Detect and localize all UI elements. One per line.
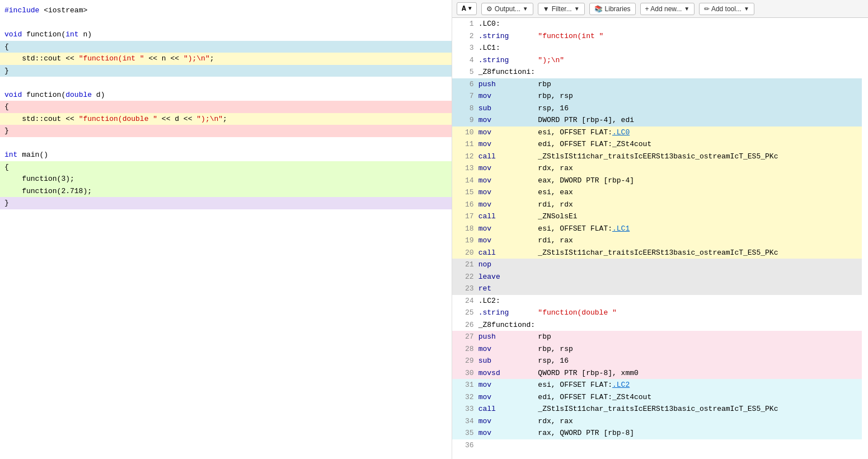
asm-line-number: 23 <box>452 283 476 295</box>
asm-operands: rbp, rsp <box>536 90 862 102</box>
asm-operands: rbp, rsp <box>536 343 862 355</box>
asm-row: 36 <box>452 439 868 452</box>
filter-button[interactable]: ▼ Filter... ▼ <box>538 3 585 15</box>
dropdown-icon: ▼ <box>523 6 528 12</box>
asm-line-number: 30 <box>452 367 476 380</box>
asm-operands: esi, eax <box>536 186 862 199</box>
asm-operands: _ZNSolsEi <box>536 210 862 223</box>
asm-operands: rbp <box>536 331 862 343</box>
output-button[interactable]: ⚙ Output... ▼ <box>481 3 533 15</box>
asm-link[interactable]: .LC1 <box>612 224 630 233</box>
asm-row: 1.LC0: <box>452 18 868 30</box>
asm-line-number: 16 <box>452 199 476 211</box>
asm-ops <box>862 42 868 54</box>
asm-line-number: 10 <box>452 127 476 139</box>
asm-instruction: mov <box>476 415 536 428</box>
asm-row: 24.LC2: <box>452 295 868 307</box>
libraries-button[interactable]: 📚 Libraries <box>589 3 636 15</box>
asm-instruction: sub <box>476 102 536 115</box>
add-tool-button[interactable]: ✏ Add tool... ▼ <box>699 3 754 15</box>
asm-line-number: 31 <box>452 379 476 391</box>
filter-icon: ▼ <box>543 5 550 13</box>
asm-row: 19movrdi, rax <box>452 235 868 247</box>
asm-link[interactable]: .LC0 <box>612 128 630 137</box>
asm-instruction: ret <box>476 283 536 295</box>
asm-label: .LC1: <box>476 42 862 54</box>
asm-instruction: mov <box>476 114 536 127</box>
asm-line-number: 1 <box>452 18 476 30</box>
asm-operands: QWORD PTR [rbp-8], xmm0 <box>536 367 862 380</box>
asm-line-number: 12 <box>452 151 476 163</box>
add-new-button[interactable]: + Add new... ▼ <box>640 3 695 15</box>
asm-instruction: mov <box>476 162 536 175</box>
asm-line-number: 14 <box>452 175 476 187</box>
asm-instruction: mov <box>476 127 536 139</box>
asm-operands: rdx, rax <box>536 162 862 175</box>
source-line: function(3); <box>0 173 452 185</box>
asm-line-number: 24 <box>452 295 476 307</box>
asm-instruction: mov <box>476 175 536 187</box>
asm-instruction: movsd <box>476 367 536 380</box>
asm-ops <box>862 18 868 30</box>
asm-operands: rdi, rax <box>536 235 862 247</box>
asm-line-number: 2 <box>452 30 476 43</box>
font-dropdown-icon[interactable]: ▼ <box>468 6 472 12</box>
source-line: } <box>0 65 452 77</box>
source-line: } <box>0 125 452 137</box>
asm-operands: "function(int " <box>536 30 862 43</box>
asm-line-number: 27 <box>452 331 476 343</box>
source-line: { <box>0 41 452 53</box>
asm-instruction: push <box>476 78 536 91</box>
source-line: { <box>0 161 452 174</box>
asm-line-number: 11 <box>452 138 476 151</box>
source-line <box>0 17 452 29</box>
asm-line-number: 15 <box>452 186 476 199</box>
asm-row: 13movrdx, rax <box>452 162 868 175</box>
asm-line-number: 36 <box>452 439 476 452</box>
asm-line-number: 6 <box>452 78 476 91</box>
font-label: A <box>462 4 466 13</box>
asm-row: 29subrsp, 16 <box>452 355 868 367</box>
source-line: int main() <box>0 149 452 161</box>
gear-icon: ⚙ <box>486 5 492 13</box>
asm-instruction: mov <box>476 235 536 247</box>
asm-operands: rax, QWORD PTR [rbp-8] <box>536 427 862 439</box>
asm-line-number: 19 <box>452 235 476 247</box>
asm-instruction: .string <box>476 307 536 319</box>
font-selector[interactable]: A ▼ <box>457 2 477 15</box>
asm-operands: ");\n" <box>536 54 862 67</box>
asm-line-number: 28 <box>452 343 476 355</box>
source-line: void function(double d) <box>0 89 452 101</box>
asm-link[interactable]: .LC2 <box>612 381 630 389</box>
asm-instruction: mov <box>476 223 536 235</box>
asm-row: 14moveax, DWORD PTR [rbp-4] <box>452 175 868 187</box>
asm-line-number: 33 <box>452 403 476 415</box>
asm-ops <box>862 295 868 307</box>
asm-row: 21nop <box>452 259 868 271</box>
asm-row: 8subrsp, 16 <box>452 102 868 115</box>
asm-row: 18movesi, OFFSET FLAT:.LC1 <box>452 223 868 235</box>
asm-row: 10movesi, OFFSET FLAT:.LC0 <box>452 127 868 139</box>
asm-row: 25.string"function(double " <box>452 307 868 319</box>
filter-dropdown-icon: ▼ <box>574 6 580 12</box>
asm-label: _Z8functiond: <box>476 319 862 331</box>
asm-line-number: 21 <box>452 259 476 271</box>
asm-line-number: 25 <box>452 307 476 319</box>
asm-instruction: call <box>476 247 536 259</box>
asm-row: 5_Z8functioni: <box>452 66 868 78</box>
source-line: } <box>0 197 452 209</box>
asm-line-number: 18 <box>452 223 476 235</box>
asm-line-number: 5 <box>452 66 476 78</box>
asm-instruction: call <box>476 403 536 415</box>
asm-line-number: 26 <box>452 319 476 331</box>
asm-instruction: mov <box>476 379 536 391</box>
asm-operands: esi, OFFSET FLAT:.LC2 <box>536 379 862 391</box>
book-icon: 📚 <box>594 5 603 13</box>
source-line <box>0 77 452 89</box>
asm-line-number: 9 <box>452 114 476 127</box>
add-tool-dropdown-icon: ▼ <box>744 6 749 12</box>
asm-row: 32movedi, OFFSET FLAT:_ZSt4cout <box>452 391 868 404</box>
asm-operands: rsp, 16 <box>536 355 862 367</box>
asm-instruction: mov <box>476 138 536 151</box>
asm-instruction: nop <box>476 259 536 271</box>
